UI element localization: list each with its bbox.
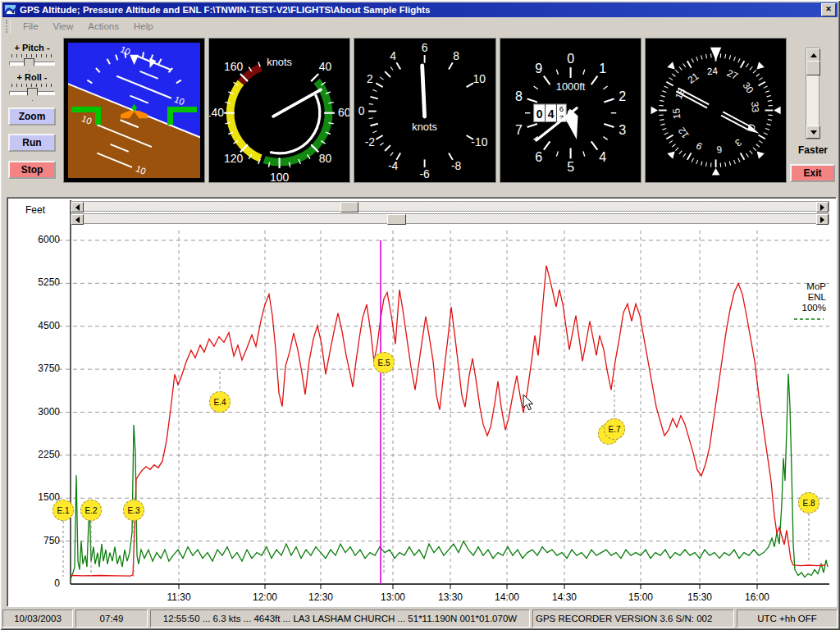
pitch-slider-thumb[interactable]	[24, 58, 34, 71]
svg-text:knots: knots	[267, 56, 292, 68]
scroll-right-button[interactable]	[816, 202, 829, 212]
app-window: GPS Altitude; Pressure Altitude and ENL …	[0, 0, 840, 630]
x-axis-label: 15:30	[679, 591, 720, 603]
instrument-panel-row: + Pitch - + Roll - Zoom Run Stop	[2, 36, 838, 185]
airspeed-dial: 406080100120140160knots	[209, 39, 349, 182]
y-axis-label: 1500	[17, 491, 60, 503]
menu-item-file[interactable]: File	[16, 19, 46, 34]
left-arrow-icon	[72, 204, 80, 211]
event-marker-e7[interactable]: E.7	[604, 418, 625, 440]
svg-text:9: 9	[694, 140, 703, 153]
status-recorder-info: GPS RECORDER VERSION 3.6 S/N: 002	[532, 609, 734, 628]
scrollbar-thumb[interactable]	[387, 214, 406, 225]
scroll-left-button[interactable]	[71, 202, 84, 212]
scroll-left-button[interactable]	[71, 214, 84, 225]
svg-text:60: 60	[338, 106, 349, 119]
variometer-dial: 0246810-10-8-6-4-2knots	[354, 39, 495, 182]
svg-text:12: 12	[676, 126, 691, 140]
enl-scale-line: ENL	[760, 292, 826, 303]
svg-text:160: 160	[224, 60, 243, 73]
svg-text:10: 10	[473, 72, 486, 85]
event-marker-e5[interactable]: E.5	[373, 352, 395, 373]
close-button[interactable]: ✕	[821, 3, 836, 16]
x-axis-label: 14:00	[486, 591, 527, 603]
speed-scroll-down-button[interactable]	[806, 126, 820, 139]
svg-text:6: 6	[715, 144, 722, 156]
faster-label: Faster	[788, 144, 838, 156]
speed-scroll-thumb[interactable]	[806, 61, 820, 75]
svg-text:30: 30	[741, 80, 756, 96]
window-titlebar[interactable]: GPS Altitude; Pressure Altitude and ENL …	[2, 2, 838, 17]
svg-text:140: 140	[209, 106, 224, 119]
event-marker-e1[interactable]: E.1	[52, 500, 74, 521]
svg-text:100: 100	[270, 171, 289, 182]
status-utc-offset: UTC +hh OFF	[737, 609, 838, 628]
scrollbar-thumb[interactable]	[340, 202, 358, 212]
x-axis-label: 11:30	[158, 591, 199, 603]
svg-text:8: 8	[454, 49, 460, 62]
asi-needle	[273, 89, 321, 116]
x-axis-label: 14:30	[544, 591, 585, 603]
right-arrow-icon	[820, 204, 828, 211]
enl-scale-line: 100%	[760, 303, 826, 313]
replay-speed-scrollbar[interactable]	[806, 48, 819, 139]
svg-text:knots: knots	[413, 121, 438, 133]
left-arrow-icon	[72, 217, 80, 223]
flight-trace-chart[interactable]: Feet MoPENL100% 075015002250300037504500…	[7, 197, 837, 607]
y-axis-label: 0	[17, 578, 60, 589]
svg-text:40: 40	[319, 60, 332, 73]
stop-button[interactable]: Stop	[8, 161, 56, 179]
status-bar: 10/03/200307:4912:55:50 ... 6.3 kts ... …	[2, 609, 838, 628]
svg-text:-8: -8	[451, 159, 462, 172]
svg-text:7: 7	[515, 122, 523, 137]
y-axis-label: 4500	[17, 320, 60, 331]
x-axis-label: 12:00	[244, 591, 285, 603]
status-fix-info: 12:55:50 ... 6.3 kts ... 4643ft ... LA3 …	[150, 609, 530, 628]
y-axis-title: Feet	[25, 204, 45, 216]
event-marker-e4[interactable]: E.4	[209, 391, 231, 413]
svg-text:0: 0	[358, 104, 365, 117]
exit-button[interactable]: Exit	[790, 164, 835, 182]
y-axis-label: 3000	[17, 406, 60, 418]
svg-text:8: 8	[515, 89, 523, 103]
event-marker-e8[interactable]: E.8	[798, 492, 819, 514]
event-marker-e3[interactable]: E.3	[123, 500, 144, 521]
svg-text:1: 1	[599, 61, 606, 75]
event-marker-e2[interactable]: E.2	[80, 500, 102, 521]
window-title: GPS Altitude; Pressure Altitude and ENL …	[20, 5, 818, 15]
x-axis-label: 15:00	[620, 591, 661, 603]
airspeed-indicator: 406080100120140160knots	[208, 38, 350, 183]
app-icon	[4, 4, 16, 16]
run-button[interactable]: Run	[8, 134, 56, 152]
menu-item-help[interactable]: Help	[126, 19, 161, 34]
svg-text:4: 4	[599, 149, 606, 164]
down-arrow-icon	[810, 130, 817, 138]
enl-trace	[71, 374, 828, 580]
flight-trace-plot[interactable]	[7, 198, 836, 606]
green-trace-scrollbar[interactable]	[71, 213, 829, 224]
y-axis-label: 6000	[17, 234, 60, 245]
svg-text:0: 0	[536, 107, 542, 121]
svg-text:5: 5	[567, 159, 574, 174]
menu-grip	[6, 20, 11, 33]
svg-text:80: 80	[319, 152, 332, 165]
variometer: 0246810-10-8-6-4-2knots	[354, 38, 495, 183]
svg-text:15: 15	[670, 107, 682, 120]
menu-bar: FileViewActionsHelp	[2, 17, 838, 35]
red-trace-scrollbar[interactable]	[71, 201, 829, 212]
speed-scroll-up-button[interactable]	[806, 48, 820, 62]
pitch-slider-label: + Pitch -	[14, 43, 49, 52]
svg-text:6: 6	[422, 41, 428, 54]
svg-text:6: 6	[559, 104, 563, 113]
svg-text:24: 24	[706, 65, 719, 76]
menu-item-actions[interactable]: Actions	[80, 19, 126, 34]
svg-text:27: 27	[725, 67, 739, 81]
pitch-slider[interactable]	[9, 53, 55, 70]
roll-slider-label: + Roll -	[17, 72, 48, 82]
attitude-controls: + Pitch - + Roll - Zoom Run Stop	[2, 36, 62, 185]
zoom-button[interactable]: Zoom	[8, 107, 56, 126]
scroll-right-button[interactable]	[816, 214, 829, 225]
roll-slider[interactable]	[9, 83, 55, 99]
roll-slider-thumb[interactable]	[27, 88, 38, 101]
menu-item-view[interactable]: View	[46, 19, 81, 34]
